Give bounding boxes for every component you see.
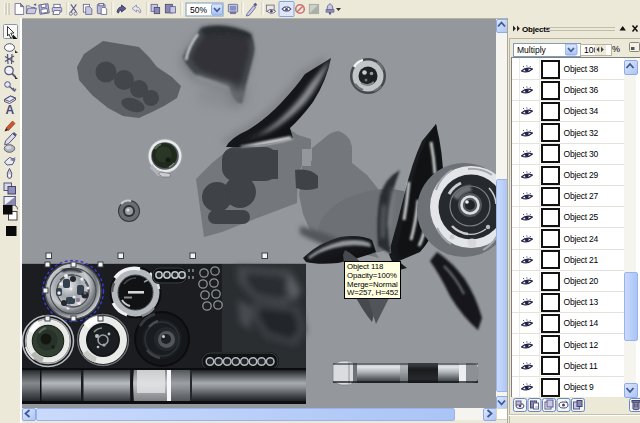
svg-text:Objects: Objects: [522, 25, 551, 34]
svg-text:50%: 50%: [190, 5, 207, 15]
svg-text:A: A: [6, 103, 15, 117]
